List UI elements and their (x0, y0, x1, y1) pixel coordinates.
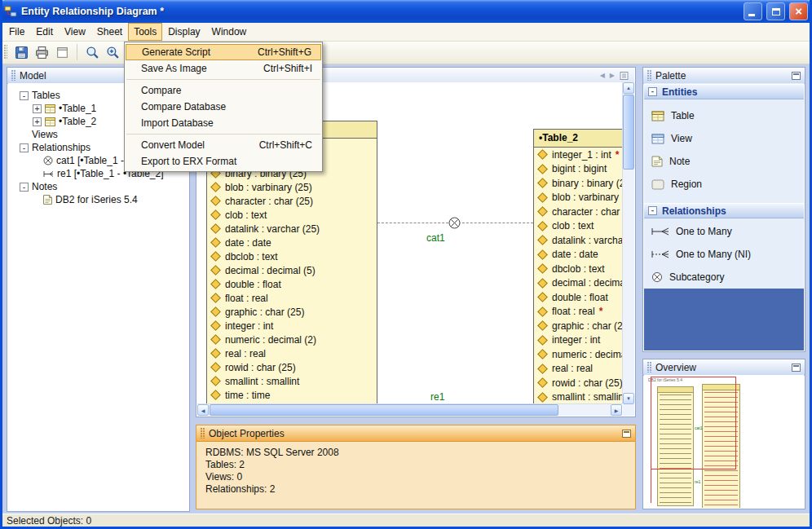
menu-tools[interactable]: Tools (128, 23, 162, 41)
entity-column-row[interactable]: blob : varbinary (25) (207, 180, 377, 194)
relationships-section-header[interactable]: Relationships (644, 203, 804, 218)
scroll-down-button[interactable] (623, 393, 634, 404)
toolbar-grip[interactable] (4, 45, 7, 60)
entity-column-row[interactable]: real : real (207, 346, 377, 360)
collapse-icon[interactable] (648, 87, 657, 96)
entity-column-row[interactable]: float : real (207, 291, 377, 305)
menu-sheet[interactable]: Sheet (91, 23, 128, 41)
panel-grip[interactable] (647, 70, 651, 81)
entity-column-row[interactable]: blob : varbinary (25) (534, 191, 622, 205)
entity-column-row[interactable]: numeric : decimal (2) (534, 347, 622, 362)
collapse-icon[interactable] (20, 91, 29, 100)
panel-grip[interactable] (201, 428, 205, 439)
menu-item-save-as-image[interactable]: Save As Image Ctrl+Shift+I (125, 60, 322, 77)
entity-column-row[interactable]: smallint : smallint (207, 374, 377, 388)
entity-column-row[interactable]: date : date (534, 248, 622, 262)
sheet-list-icon[interactable] (620, 71, 629, 81)
scroll-left-button[interactable] (197, 404, 209, 416)
palette-item-view[interactable]: View (644, 127, 804, 150)
scroll-up-button[interactable] (623, 82, 634, 94)
restore-icon[interactable] (792, 364, 801, 372)
overview-minimap[interactable]: DB2 for iSeries 5.4 cat1 re1 (644, 375, 804, 508)
minimize-button[interactable] (744, 2, 762, 20)
minimap-viewport-rect[interactable] (651, 377, 736, 469)
menu-item-convert-model[interactable]: Convert Model Ctrl+Shift+C (125, 137, 322, 153)
tree-item-note-db2[interactable]: DB2 for iSeries 5.4 (8, 193, 188, 206)
save-button[interactable] (11, 43, 31, 62)
restore-icon[interactable] (622, 430, 631, 438)
menu-file[interactable]: File (3, 23, 30, 41)
menu-window[interactable]: Window (206, 23, 253, 41)
entity-column-row[interactable]: character : char (25) (534, 205, 622, 219)
entity-column-row[interactable]: binary : binary (25) (534, 176, 622, 191)
palette-item-one-to-many[interactable]: One to Many (644, 220, 804, 243)
palette-item-region[interactable]: Region (644, 173, 804, 196)
entity-column-row[interactable]: integer_1 : int * (534, 148, 622, 162)
palette-header[interactable]: Palette (643, 68, 805, 84)
panel-grip[interactable] (647, 362, 651, 373)
palette-item-table[interactable]: Table (644, 104, 804, 127)
entity-column-row[interactable]: dbclob : text (207, 249, 377, 263)
entity-column-row[interactable]: numeric : decimal (2) (207, 333, 377, 346)
entity-column-row[interactable]: integer : int (534, 333, 622, 348)
entity-column-row[interactable]: decimal : decimal (5) (207, 263, 377, 277)
entity-column-row[interactable]: clob : text (534, 219, 622, 234)
entity-column-row[interactable]: decimal : decimal (5) (534, 276, 622, 291)
relationship-label-cat1[interactable]: cat1 (426, 232, 445, 244)
entity-column-row[interactable]: graphic : char (25) (207, 305, 377, 319)
palette-item-note[interactable]: Note (644, 150, 804, 173)
entity-column-row[interactable]: datalink : varchar (25) (534, 233, 622, 248)
restore-icon[interactable] (792, 72, 801, 80)
maximize-button[interactable] (766, 2, 785, 20)
close-button[interactable] (789, 2, 808, 20)
entity-column-row[interactable]: character : char (25) (207, 194, 377, 208)
zoom-button[interactable] (82, 43, 102, 62)
menu-item-compare-database[interactable]: Compare Database (125, 99, 322, 115)
scroll-right-button[interactable] (611, 404, 622, 416)
menu-edit[interactable]: Edit (30, 23, 59, 41)
entity-column-row[interactable]: float : real * (534, 305, 622, 320)
entity-table-2[interactable]: •Table_2 integer_1 : int * bigint : bigi… (533, 129, 622, 404)
panel-grip[interactable] (11, 70, 15, 81)
entity-column-row[interactable]: dbclob : text (534, 262, 622, 276)
entities-section-header[interactable]: Entities (644, 84, 804, 99)
expand-icon[interactable] (33, 117, 42, 126)
zoom-in-button[interactable] (103, 43, 122, 62)
entity-column-row[interactable]: double : float (207, 277, 377, 291)
menu-item-compare[interactable]: Compare (125, 82, 322, 99)
entity-column-row[interactable]: datalink : varchar (25) (207, 222, 377, 236)
menu-item-generate-script[interactable]: Generate Script Ctrl+Shift+G (126, 44, 321, 60)
entity-column-row[interactable]: graphic : char (25) (534, 319, 622, 333)
print-button[interactable] (32, 43, 51, 62)
collapse-icon[interactable] (20, 183, 29, 192)
scroll-left-icon[interactable] (600, 73, 605, 79)
vertical-scrollbar[interactable] (622, 82, 634, 404)
entity-column-row[interactable]: integer : int (207, 319, 377, 333)
collapse-icon[interactable] (20, 143, 29, 152)
relationship-label-re1[interactable]: re1 (430, 391, 444, 403)
entity-column-row[interactable]: date : date (207, 236, 377, 249)
object-properties-header[interactable]: Object Properties (196, 425, 635, 442)
entity-column-row[interactable]: real : real (534, 362, 622, 377)
entity-column-row[interactable]: double : float (534, 290, 622, 305)
page-button[interactable] (52, 43, 72, 62)
subcategory-symbol[interactable] (448, 217, 461, 229)
entity-column-row[interactable]: bigint : bigint (534, 162, 622, 177)
vertical-scroll-thumb[interactable] (623, 95, 634, 170)
entity-column-row[interactable]: rowid : char (25) (207, 360, 377, 374)
palette-item-subcategory[interactable]: Subcategory (644, 266, 804, 289)
menu-view[interactable]: View (59, 23, 91, 41)
scroll-right-icon[interactable] (610, 73, 615, 79)
menu-item-import-database[interactable]: Import Database (125, 115, 322, 131)
collapse-icon[interactable] (648, 206, 657, 215)
entity-column-row[interactable]: rowid : char (25) (534, 376, 622, 390)
tree-item-notes[interactable]: Notes (8, 180, 188, 193)
entity-column-row[interactable]: clob : text (207, 208, 377, 222)
overview-header[interactable]: Overview (643, 359, 805, 376)
menu-item-export-erx[interactable]: Export to ERX Format (125, 153, 322, 170)
entity-column-row[interactable]: smallint : smallint (534, 390, 622, 405)
palette-item-one-to-many-ni[interactable]: One to Many (NI) (644, 243, 804, 266)
title-bar[interactable]: Entity Relationship Diagram * (0, 0, 812, 23)
expand-icon[interactable] (33, 104, 42, 113)
horizontal-scrollbar[interactable] (197, 403, 622, 416)
